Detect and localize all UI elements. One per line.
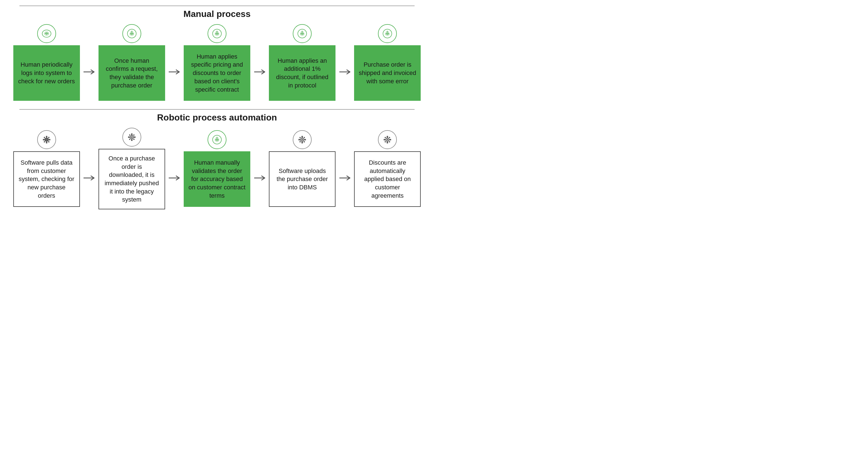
rpa-arrow-2	[167, 174, 182, 182]
svg-rect-25	[128, 136, 130, 138]
svg-rect-27	[129, 134, 130, 136]
rpa-title: Robotic process automation	[8, 113, 426, 123]
svg-rect-36	[302, 136, 303, 138]
rpa-arrow-1	[82, 174, 96, 182]
svg-rect-16	[43, 141, 45, 143]
svg-rect-52	[389, 137, 391, 139]
arrow-4	[338, 68, 352, 76]
svg-rect-26	[134, 136, 135, 138]
manual-step-4-box: Human applies an additional 1% discount,…	[269, 45, 336, 101]
svg-rect-42	[300, 141, 301, 143]
manual-title: Manual process	[8, 9, 426, 19]
rpa-step-4-wrapper: Software uploads the purchase order into…	[267, 130, 338, 207]
rpa-step-2-icon-circle	[122, 128, 141, 147]
svg-rect-17	[48, 141, 50, 143]
arrow-icon	[253, 174, 267, 182]
manual-step-3-icon-circle	[208, 24, 226, 43]
gear-icon	[297, 134, 308, 146]
manual-step-5-wrapper: Purchase order is shipped and invoiced w…	[352, 24, 423, 101]
brain-icon	[126, 28, 138, 40]
manual-divider	[20, 5, 414, 6]
rpa-step-3-icon-circle	[208, 130, 226, 149]
svg-rect-37	[302, 142, 303, 144]
svg-point-22	[131, 136, 133, 138]
arrow-icon	[167, 174, 181, 182]
manual-step-4-wrapper: Human applies an additional 1% discount,…	[267, 24, 338, 101]
manual-step-1-icon-circle	[37, 24, 56, 43]
svg-rect-29	[129, 139, 130, 140]
arrow-icon	[338, 174, 351, 182]
svg-rect-39	[304, 139, 306, 141]
manual-step-3-wrapper: Human applies specific pricing and disco…	[182, 24, 252, 101]
svg-rect-10	[46, 136, 47, 138]
manual-step-4-icon-circle	[293, 24, 312, 43]
gear-icon	[126, 131, 137, 143]
manual-step-2-icon-circle	[122, 24, 141, 43]
gear-icon	[41, 134, 53, 146]
manual-step-1-wrapper: Human periodically logs into system to c…	[11, 24, 82, 101]
rpa-step-1-wrapper: Software pulls data from customer system…	[11, 130, 82, 207]
rpa-step-1-icon-circle	[37, 130, 56, 149]
manual-flow-row: Human periodically logs into system to c…	[8, 24, 426, 101]
manual-step-5-icon-circle	[378, 24, 397, 43]
manual-step-3-box: Human applies specific pricing and disco…	[184, 45, 250, 101]
svg-rect-15	[48, 137, 50, 138]
svg-rect-24	[131, 139, 132, 141]
rpa-step-5-wrapper: Discounts are automatically applied base…	[352, 130, 423, 207]
rpa-section: Robotic process automation	[8, 109, 426, 209]
brain-icon	[211, 134, 223, 146]
brain-icon	[40, 28, 53, 40]
rpa-step-5-icon-circle	[378, 130, 397, 149]
rpa-step-5-box: Discounts are automatically applied base…	[354, 151, 421, 207]
svg-rect-38	[299, 139, 300, 141]
arrow-icon	[253, 68, 267, 76]
rpa-step-3-wrapper: Human manually validates the order for a…	[182, 130, 252, 207]
svg-rect-47	[387, 136, 388, 138]
manual-step-2-wrapper: Once human confirms a request, they vali…	[96, 24, 167, 101]
svg-point-35	[301, 139, 303, 141]
rpa-step-2-wrapper: Once a purchase order is downloaded, it …	[96, 128, 167, 209]
rpa-divider	[20, 109, 414, 110]
arrow-2	[167, 68, 182, 76]
rpa-step-3-box: Human manually validates the order for a…	[184, 151, 250, 207]
svg-rect-50	[390, 139, 391, 141]
svg-rect-43	[304, 141, 305, 143]
arrow-icon	[167, 68, 181, 76]
arrow-3	[252, 68, 267, 76]
rpa-step-4-icon-circle	[293, 130, 312, 149]
arrow-icon	[83, 174, 96, 182]
svg-rect-13	[49, 139, 50, 141]
arrow-icon	[338, 68, 351, 76]
rpa-flow-row: Software pulls data from customer system…	[8, 128, 426, 209]
svg-rect-51	[384, 137, 386, 139]
svg-rect-14	[43, 137, 45, 138]
brain-icon	[296, 28, 308, 40]
gear-icon	[381, 134, 393, 146]
arrow-icon	[83, 68, 96, 76]
svg-rect-53	[384, 141, 386, 143]
svg-rect-41	[304, 137, 305, 139]
svg-rect-40	[300, 137, 301, 139]
arrow-1	[82, 68, 96, 76]
svg-rect-54	[389, 141, 391, 143]
svg-rect-48	[387, 142, 388, 144]
rpa-step-4-box: Software uploads the purchase order into…	[269, 151, 336, 207]
svg-rect-30	[133, 139, 134, 140]
svg-rect-11	[46, 142, 47, 144]
rpa-arrow-3	[252, 174, 267, 182]
rpa-step-2-box: Once a purchase order is downloaded, it …	[98, 149, 165, 209]
svg-rect-28	[133, 134, 134, 136]
svg-point-19	[46, 139, 48, 141]
brain-icon	[381, 28, 394, 40]
svg-rect-49	[384, 139, 385, 141]
manual-step-1-box: Human periodically logs into system to c…	[13, 45, 80, 101]
manual-process-section: Manual process Human periodically logs i…	[8, 5, 426, 101]
manual-step-2-box: Once human confirms a request, they vali…	[98, 45, 165, 101]
rpa-step-1-box: Software pulls data from customer system…	[13, 151, 80, 207]
svg-point-46	[386, 139, 388, 141]
brain-icon	[211, 28, 223, 40]
rpa-arrow-4	[338, 174, 352, 182]
manual-step-5-box: Purchase order is shipped and invoiced w…	[354, 45, 421, 101]
svg-rect-12	[43, 139, 44, 141]
svg-rect-23	[131, 134, 132, 135]
